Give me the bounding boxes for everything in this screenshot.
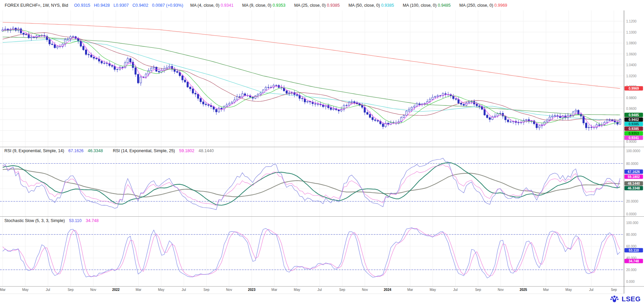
candle-body [432,97,433,99]
candle-body [145,74,147,77]
time-label: May [565,288,572,292]
candle-body [507,120,509,122]
axis-value-tag: 0.9402 [625,117,643,122]
lseg-logo-text: LSEG [622,295,641,303]
ma-legend-label: MA (25, close, 0) [294,3,327,8]
panel-separator[interactable] [0,147,644,147]
axis-tick-label: 20.0000 [626,200,638,203]
candlestick-chart[interactable] [0,10,624,147]
stochastic-k-value: 53.110 [69,218,81,223]
change-value: 0.0087 (+0.93%) [152,3,183,8]
rsi9-line [3,158,620,210]
candle-body [575,110,577,112]
candle-body [416,104,418,106]
candle-body [497,114,498,116]
axis-value-tag: 0.9485 [625,113,643,117]
candle-body [351,102,353,102]
time-label: May [294,288,300,292]
rsi-axis[interactable]: 100.000080.000060.000040.000020.00000.00… [624,147,644,216]
candle-body [257,94,259,96]
rsi-chart[interactable] [0,147,624,216]
time-label: Mar [272,288,277,292]
candle-body [229,103,230,105]
time-label: Mar [0,288,6,292]
ma-legend-value: 0.9353 [273,3,285,8]
axis-value-tag: 53.110 [625,248,643,253]
candle-body [215,109,217,112]
candle-body [70,37,71,39]
candle-body [38,36,40,36]
candle-body [429,99,431,102]
ma-25-line [3,33,620,120]
candle-body [176,72,178,73]
candle-body [54,45,56,48]
close-value: C0.9402 [132,3,148,8]
candle-body [254,96,256,98]
time-label: 2024 [384,288,391,292]
price-axis[interactable]: 1.12001.10001.08001.06001.04001.02001.00… [624,10,644,147]
time-label: 2025 [520,288,527,292]
high-value: H0.9428 [94,3,110,8]
candle-body [208,105,209,105]
candle-body [184,80,186,82]
candle-body [301,98,303,99]
axis-tick-label: 1.1200 [626,19,637,23]
ma-legend-label: MA (100, close, 0) [403,3,438,8]
axis-tick-label: 0.9000 [626,140,637,143]
candle-body [263,90,264,93]
stochastic-axis[interactable]: 100.00080.00060.00040.00020.0000.00053.1… [624,216,644,286]
ma-legend: MA (4, close, 0) 0.9341MA (9, close, 0) … [190,3,516,8]
ma-legend-value: 0.9485 [438,3,450,8]
candle-body [518,123,519,123]
stochastic-chart[interactable] [0,217,624,286]
candle-body [90,55,92,57]
axis-tick-label: 0.0000 [626,212,637,216]
axis-tick-label: 1.0400 [626,63,637,67]
stochastic-title: Stochastic Slow (5, 3, 3, Simple) [4,218,65,223]
candle-body [268,87,269,88]
candle-body [202,102,204,104]
candle-body [205,104,207,105]
ma-legend-value: 0.9385 [381,3,394,8]
time-label: Nov [362,288,368,292]
axis-value-tag: 0.9341 [625,136,643,140]
candle-body [538,126,540,128]
candle-body [403,116,405,118]
candle-body [372,118,373,120]
rsi-value-2: 59.1802 [179,148,194,153]
axis-tick-label: 100.0000 [626,149,640,153]
candle-body [374,120,376,121]
axis-value-tag: 48.1440 [625,181,643,186]
chart-application: FOREX EURCHF=, 1W, NYS, Bid O0.9315 H0.9… [0,0,644,304]
candle-body [187,82,189,87]
candle-body [440,95,441,96]
time-label: Mar [135,288,141,292]
candle-body [546,120,548,122]
axis-tick-label: 0.9800 [626,96,637,99]
candle-body [72,37,74,37]
time-label: Sep [68,288,74,292]
stochastic-panel-title: Stochastic Slow (5, 3, 3, Simple) 53.110… [4,218,98,223]
candle-body [499,113,501,114]
candle-body [489,118,491,119]
candle-body [296,95,298,95]
candle-body [158,71,160,72]
time-axis[interactable]: MarMayJulSepNov2022MarMayJulSepNov2023Ma… [0,287,624,294]
candle-body [239,97,241,97]
candle-body [408,109,410,111]
candle-body [104,63,105,63]
candle-body [531,121,532,121]
panel-separator[interactable] [0,216,644,217]
candle-body [434,96,436,97]
candle-body [51,44,53,45]
axis-value-tag: 0.9385 [625,126,643,131]
ma-legend-item: MA (9, close, 0) 0.9353 [242,3,286,8]
candle-body [148,71,150,74]
candle-body [88,54,89,55]
candle-body [49,40,50,44]
ma-legend-item: MA (50, close, 0) 0.9385 [349,3,394,8]
candle-body [166,67,168,69]
time-label: Mar [407,288,413,292]
ma-legend-item: MA (250, close, 0) 0.9969 [459,3,507,8]
candle-body [33,37,35,37]
